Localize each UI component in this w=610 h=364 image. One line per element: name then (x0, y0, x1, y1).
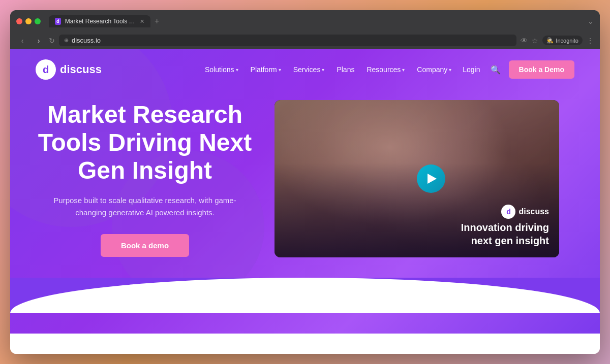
video-caption: Innovation driving next gen insight (461, 221, 549, 247)
website-content: d discuss Solutions ▾ Platform ▾ Service… (10, 49, 600, 334)
video-logo-text: discuss (518, 207, 549, 216)
nav-plans-label: Plans (337, 65, 354, 74)
play-icon (428, 174, 437, 184)
eye-icon[interactable]: 👁 (521, 37, 528, 45)
chevron-down-icon: ▾ (449, 67, 451, 73)
video-logo-icon: d (501, 205, 515, 219)
refresh-button[interactable]: ↻ (49, 37, 55, 45)
video-logo-letter: d (506, 208, 511, 216)
nav-solutions-label: Solutions (205, 65, 234, 74)
video-caption-line2: next gen insight (461, 234, 549, 247)
forward-button[interactable]: › (33, 37, 45, 45)
incognito-icon: 🕵 (546, 37, 554, 44)
hero-section: Market Research Tools Driving Next Gen I… (10, 90, 600, 278)
logo-letter: d (43, 64, 49, 76)
nav-item-plans[interactable]: Plans (331, 62, 359, 77)
expand-icon[interactable]: ⌄ (588, 17, 594, 25)
video-caption-line1: Innovation driving (461, 221, 549, 234)
nav-platform-label: Platform (251, 65, 277, 74)
nav-item-company[interactable]: Company ▾ (412, 62, 456, 77)
tab-title: Market Research Tools Drivin... (65, 18, 136, 25)
hero-cta-button[interactable]: Book a demo (101, 234, 189, 257)
nav-item-solutions[interactable]: Solutions ▾ (200, 62, 243, 77)
traffic-lights (16, 18, 41, 24)
chevron-down-icon: ▾ (322, 67, 324, 73)
book-demo-nav-button[interactable]: Book a Demo (509, 60, 574, 79)
nav-item-platform[interactable]: Platform ▾ (246, 62, 286, 77)
search-icon[interactable]: 🔍 (486, 62, 505, 78)
browser-window: d Market Research Tools Drivin... ✕ + ⌄ … (10, 10, 600, 354)
nav-item-services[interactable]: Services ▾ (288, 62, 330, 77)
nav-item-resources[interactable]: Resources ▾ (361, 62, 410, 77)
tab-close-icon[interactable]: ✕ (140, 18, 144, 25)
tab-favicon: d (55, 18, 61, 25)
browser-toolbar: ‹ › ↻ ⊕ discuss.io 👁 ☆ 🕵 Incognito ⋮ (10, 31, 600, 49)
site-nav: d discuss Solutions ▾ Platform ▾ Service… (10, 49, 600, 90)
video-branding: d discuss Innovation driving next gen in… (461, 205, 549, 247)
nav-company-label: Company (417, 65, 447, 74)
nav-services-label: Services (293, 65, 321, 74)
video-logo: d discuss (461, 205, 549, 219)
incognito-label: Incognito (556, 38, 578, 44)
site-logo[interactable]: d discuss (36, 59, 102, 80)
hero-title: Market Research Tools Driving Next Gen I… (36, 101, 254, 185)
nav-resources-label: Resources (367, 65, 401, 74)
footer-area (10, 334, 600, 354)
play-button[interactable] (417, 164, 445, 193)
incognito-badge: 🕵 Incognito (542, 36, 583, 45)
chevron-down-icon: ▾ (402, 67, 405, 73)
menu-icon[interactable]: ⋮ (587, 37, 594, 45)
chevron-down-icon: ▾ (279, 67, 281, 73)
new-tab-button[interactable]: + (155, 17, 159, 26)
url-display: discuss.io (72, 37, 101, 44)
minimize-button[interactable] (25, 18, 32, 24)
nav-menu: Solutions ▾ Platform ▾ Services ▾ Plans … (200, 62, 456, 77)
browser-tab[interactable]: d Market Research Tools Drivin... ✕ (49, 15, 150, 27)
browser-chrome: d Market Research Tools Drivin... ✕ + ⌄ … (10, 10, 600, 49)
tab-bar: d Market Research Tools Drivin... ✕ + ⌄ (49, 15, 594, 27)
login-button[interactable]: Login (456, 62, 486, 77)
hero-content: Market Research Tools Driving Next Gen I… (36, 101, 254, 257)
logo-icon: d (36, 59, 56, 80)
browser-titlebar: d Market Research Tools Drivin... ✕ + ⌄ (10, 10, 600, 31)
hero-subtitle: Purpose built to scale qualitative resea… (36, 194, 254, 219)
back-button[interactable]: ‹ (16, 37, 28, 45)
bookmark-icon[interactable]: ☆ (532, 37, 538, 45)
wave-divider (10, 278, 600, 313)
security-icon: ⊕ (64, 37, 69, 44)
close-button[interactable] (16, 18, 22, 24)
logo-text: discuss (60, 63, 102, 76)
maximize-button[interactable] (35, 18, 41, 24)
chevron-down-icon: ▾ (236, 67, 238, 73)
video-card[interactable]: d discuss Innovation driving next gen in… (274, 100, 559, 257)
address-bar[interactable]: ⊕ discuss.io (59, 35, 516, 46)
toolbar-actions: 👁 ☆ 🕵 Incognito ⋮ (521, 36, 594, 45)
